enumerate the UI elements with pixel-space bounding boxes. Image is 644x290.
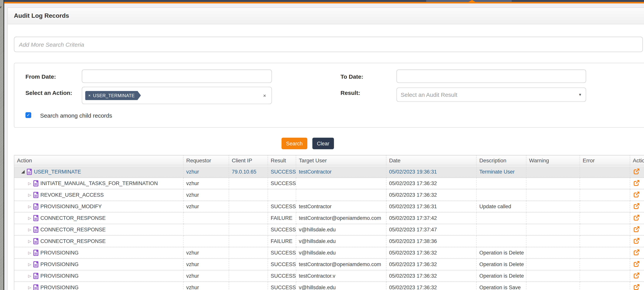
column-header-result: Result xyxy=(268,155,296,166)
cell-requestor xyxy=(184,224,229,236)
cell-action: ▷ CONNECTOR_RESPONSE xyxy=(14,212,184,224)
action-link[interactable]: REVOKE_USER_ACCESS xyxy=(40,192,104,198)
table-row[interactable]: ▷ CONNECTOR_RESPONSE FAILURE v@hillsdale… xyxy=(14,236,644,247)
expand-toggle-icon[interactable]: ▷ xyxy=(28,286,31,290)
expand-toggle-icon[interactable]: ▷ xyxy=(28,274,31,278)
cell-actions xyxy=(630,178,644,189)
cell-date: 05/02/2023 17:38:36 xyxy=(386,236,477,247)
table-row[interactable]: ▷ INITIATE_MANUAL_TASKS_FOR_TERMINATION … xyxy=(14,178,644,189)
cell-description xyxy=(477,189,526,201)
cell-result: SUCCESS xyxy=(268,166,296,178)
result-select-placeholder: Select an Audit Result xyxy=(401,92,457,98)
cell-requestor: vzhur xyxy=(184,166,229,178)
open-record-icon[interactable] xyxy=(633,249,640,257)
cell-result: SUCCESS xyxy=(268,282,296,290)
action-multiselect[interactable]: × USER_TERMINATE × xyxy=(82,87,272,104)
accent-bar xyxy=(4,2,644,4)
cell-action: ▷ PROVISIONING xyxy=(14,282,184,290)
table-row[interactable]: ▷ PROVISIONING vzhur SUCCESS v@hillsdale… xyxy=(14,247,644,259)
cell-error xyxy=(580,212,630,224)
add-search-criteria-input[interactable] xyxy=(14,37,643,52)
cell-date: 05/02/2023 17:36:32 xyxy=(386,247,477,259)
audit-table-body: USER_TERMINATE vzhur 79.0.10.65 SUCCESS … xyxy=(14,166,644,290)
table-row[interactable]: ▷ PROVISIONING vzhur SUCCESS testContrac… xyxy=(14,270,644,282)
cell-action: ▷ INITIATE_MANUAL_TASKS_FOR_TERMINATION xyxy=(14,178,184,189)
expand-toggle-icon[interactable] xyxy=(21,170,25,174)
expand-toggle-icon[interactable]: ▷ xyxy=(28,228,31,232)
open-record-icon[interactable] xyxy=(633,191,640,199)
expand-toggle-icon[interactable]: ▷ xyxy=(28,182,31,185)
cell-client-ip xyxy=(229,259,268,270)
cell-action: ▷ PROVISIONING_MODIFY xyxy=(14,201,184,212)
open-record-icon[interactable] xyxy=(633,226,640,234)
expand-toggle-icon[interactable]: ▷ xyxy=(28,262,31,266)
expand-toggle-icon[interactable]: ▷ xyxy=(28,239,31,243)
open-record-icon[interactable] xyxy=(633,260,640,268)
cell-result: SUCCESS xyxy=(268,247,296,259)
child-records-checkbox[interactable]: ✓ xyxy=(26,112,31,118)
cell-actions xyxy=(630,166,644,178)
open-record-icon[interactable] xyxy=(633,272,640,280)
cell-warning xyxy=(526,178,580,189)
background-window-text: ar xyxy=(0,6,2,9)
from-date-input[interactable] xyxy=(82,70,272,83)
clear-field-icon[interactable]: × xyxy=(263,92,266,98)
cell-requestor: vzhur xyxy=(184,178,229,189)
search-button[interactable]: Search xyxy=(282,138,307,149)
cell-client-ip xyxy=(229,201,268,212)
action-link[interactable]: CONNECTOR_RESPONSE xyxy=(40,238,106,244)
open-record-icon[interactable] xyxy=(633,203,640,210)
cell-description: Operation is Delete xyxy=(477,259,526,270)
cell-actions xyxy=(630,247,644,259)
cell-actions xyxy=(630,259,644,270)
remove-tag-icon[interactable]: × xyxy=(88,93,90,98)
action-link[interactable]: CONNECTOR_RESPONSE xyxy=(40,215,106,221)
expand-toggle-icon[interactable]: ▷ xyxy=(28,216,31,220)
cell-error xyxy=(580,259,630,270)
action-link[interactable]: USER_TERMINATE xyxy=(34,169,81,175)
cell-action: USER_TERMINATE xyxy=(14,166,184,178)
cell-client-ip xyxy=(229,247,268,259)
table-row[interactable]: ▷ REVOKE_USER_ACCESS vzhur 05/02/2023 17… xyxy=(14,189,644,201)
open-record-icon[interactable] xyxy=(633,214,640,222)
expand-toggle-icon[interactable]: ▷ xyxy=(28,193,31,197)
action-link[interactable]: INITIATE_MANUAL_TASKS_FOR_TERMINATION xyxy=(40,180,158,186)
action-link[interactable]: PROVISIONING_MODIFY xyxy=(40,204,102,210)
to-date-input[interactable] xyxy=(396,70,586,83)
action-link[interactable]: PROVISIONING xyxy=(40,250,78,256)
cell-result: SUCCESS xyxy=(268,178,296,189)
cell-error xyxy=(580,166,630,178)
cell-client-ip: 79.0.10.65 xyxy=(229,166,268,178)
cell-warning xyxy=(526,282,580,290)
cell-client-ip xyxy=(229,178,268,189)
cell-warning xyxy=(526,212,580,224)
table-row[interactable]: ▷ CONNECTOR_RESPONSE FAILURE testContrac… xyxy=(14,212,644,224)
cell-client-ip xyxy=(229,282,268,290)
clear-button[interactable]: Clear xyxy=(312,138,334,149)
column-header-date: Date xyxy=(386,155,477,166)
open-record-icon[interactable] xyxy=(633,237,640,245)
table-row[interactable]: ▷ CONNECTOR_RESPONSE SUCCESS v@hillsdale… xyxy=(14,224,644,236)
expand-toggle-icon[interactable]: ▷ xyxy=(28,204,31,208)
form-actions: Search Clear xyxy=(282,138,334,149)
open-record-icon[interactable] xyxy=(633,180,640,187)
table-row[interactable]: USER_TERMINATE vzhur 79.0.10.65 SUCCESS … xyxy=(14,166,644,178)
table-row[interactable]: ▷ PROVISIONING vzhur SUCCESS testContrac… xyxy=(14,259,644,270)
table-row[interactable]: ▷ PROVISIONING_MODIFY vzhur SUCCESS test… xyxy=(14,201,644,212)
table-row[interactable]: ▷ PROVISIONING vzhur SUCCESS v@hillsdale… xyxy=(14,282,644,290)
audit-record-icon xyxy=(33,273,38,279)
action-link[interactable]: CONNECTOR_RESPONSE xyxy=(40,227,106,232)
action-link[interactable]: PROVISIONING xyxy=(40,284,78,290)
action-link[interactable]: PROVISIONING xyxy=(40,273,78,279)
expand-toggle-icon[interactable]: ▷ xyxy=(28,251,31,255)
cell-warning xyxy=(526,236,580,247)
cell-error xyxy=(580,189,630,201)
action-link[interactable]: PROVISIONING xyxy=(40,262,78,267)
from-date-label: From Date: xyxy=(26,73,56,80)
open-record-icon[interactable] xyxy=(633,284,640,290)
cell-target-user: v@hillsdale.edu xyxy=(296,247,386,259)
cell-requestor: vzhur xyxy=(184,201,229,212)
audit-record-icon xyxy=(33,284,38,290)
result-select[interactable]: Select an Audit Result ▾ xyxy=(396,88,586,102)
open-record-icon[interactable] xyxy=(633,168,640,176)
